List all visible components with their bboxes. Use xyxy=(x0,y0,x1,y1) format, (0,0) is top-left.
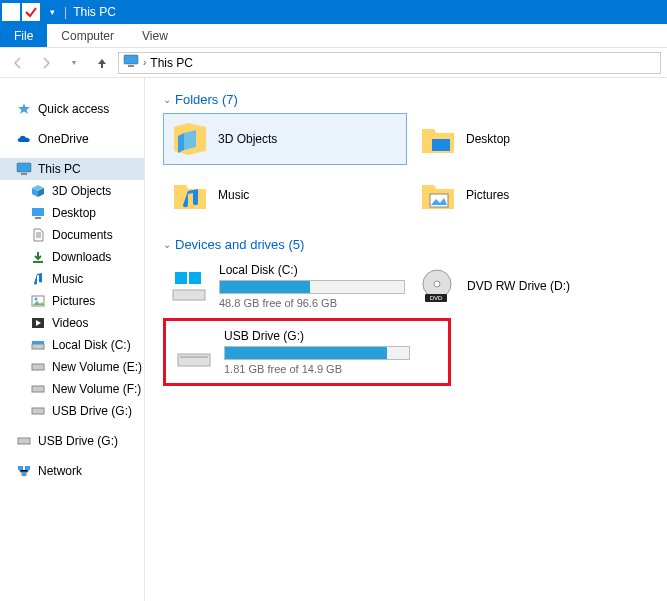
sidebar-item-new-volume-e[interactable]: New Volume (E:) xyxy=(0,356,144,378)
back-button[interactable] xyxy=(6,51,30,75)
sidebar-item-local-disk-c[interactable]: Local Disk (C:) xyxy=(0,334,144,356)
recent-dropdown[interactable]: ▾ xyxy=(62,51,86,75)
dvd-drive-icon: DVD xyxy=(417,266,457,306)
sidebar-label: Quick access xyxy=(38,102,109,116)
usb-icon xyxy=(16,433,32,449)
address-bar: ▾ › This PC xyxy=(0,48,667,78)
sidebar-this-pc[interactable]: This PC xyxy=(0,158,144,180)
cube-icon xyxy=(170,119,210,159)
folder-pictures[interactable]: Pictures xyxy=(411,169,655,221)
document-icon xyxy=(30,227,46,243)
sidebar-label: Music xyxy=(52,272,83,286)
pictures-icon xyxy=(30,293,46,309)
titlebar-icon-checkbox xyxy=(22,3,40,21)
svg-rect-1 xyxy=(128,65,134,67)
sidebar-item-music[interactable]: Music xyxy=(0,268,144,290)
sidebar-item-pictures[interactable]: Pictures xyxy=(0,290,144,312)
computer-tab[interactable]: Computer xyxy=(47,24,128,47)
folder-label: 3D Objects xyxy=(218,132,277,146)
usb-drive-icon xyxy=(174,332,214,372)
sidebar-label: OneDrive xyxy=(38,132,89,146)
breadcrumb-separator: › xyxy=(143,57,146,68)
sidebar-label: Desktop xyxy=(52,206,96,220)
sidebar-quick-access[interactable]: Quick access xyxy=(0,98,144,120)
section-drives[interactable]: ⌄ Devices and drives (5) xyxy=(163,237,663,252)
folder-label: Music xyxy=(218,188,249,202)
folder-desktop[interactable]: Desktop xyxy=(411,113,655,165)
sidebar-label: USB Drive (G:) xyxy=(52,404,132,418)
svg-rect-5 xyxy=(35,217,41,219)
sidebar-label: Downloads xyxy=(52,250,111,264)
sidebar-item-3d-objects[interactable]: 3D Objects xyxy=(0,180,144,202)
download-icon xyxy=(30,249,46,265)
ribbon-tabs: File Computer View xyxy=(0,24,667,48)
svg-rect-3 xyxy=(21,173,27,175)
svg-rect-14 xyxy=(32,408,44,414)
sidebar-item-downloads[interactable]: Downloads xyxy=(0,246,144,268)
svg-rect-13 xyxy=(32,386,44,392)
pictures-folder-icon xyxy=(418,175,458,215)
folders-grid: 3D Objects Desktop Music Pictures xyxy=(163,113,663,221)
sidebar-item-usb-drive-g[interactable]: USB Drive (G:) xyxy=(0,400,144,422)
os-drive-icon xyxy=(169,266,209,306)
sidebar-usb-drive-root[interactable]: USB Drive (G:) xyxy=(0,430,144,452)
section-title: Folders (7) xyxy=(175,92,238,107)
svg-rect-16 xyxy=(18,466,23,470)
chevron-down-icon: ⌄ xyxy=(163,239,171,250)
sidebar-label: Videos xyxy=(52,316,88,330)
desktop-folder-icon xyxy=(418,119,458,159)
sidebar-label: Documents xyxy=(52,228,113,242)
svg-point-25 xyxy=(434,281,440,287)
svg-rect-21 xyxy=(173,290,205,300)
drive-local-disk-c[interactable]: Local Disk (C:) 48.8 GB free of 96.6 GB xyxy=(163,258,407,314)
drive-usage-bar xyxy=(224,346,410,360)
star-icon xyxy=(16,101,32,117)
svg-text:DVD: DVD xyxy=(430,295,443,301)
pc-icon xyxy=(123,54,139,71)
drive-usage-bar xyxy=(219,280,405,294)
sidebar-label: New Volume (F:) xyxy=(52,382,141,396)
up-button[interactable] xyxy=(90,51,114,75)
svg-rect-19 xyxy=(432,139,450,151)
sidebar-label: Local Disk (C:) xyxy=(52,338,131,352)
sidebar-item-documents[interactable]: Documents xyxy=(0,224,144,246)
folder-label: Pictures xyxy=(466,188,509,202)
svg-rect-22 xyxy=(175,272,187,284)
qat-dropdown-icon[interactable]: ▾ xyxy=(42,2,62,22)
svg-point-8 xyxy=(35,298,38,301)
forward-button[interactable] xyxy=(34,51,58,75)
address-box[interactable]: › This PC xyxy=(118,52,661,74)
drive-usb-g[interactable]: USB Drive (G:) 1.81 GB free of 14.9 GB xyxy=(168,324,412,380)
file-tab[interactable]: File xyxy=(0,24,47,47)
pc-icon xyxy=(16,161,32,177)
sidebar-item-videos[interactable]: Videos xyxy=(0,312,144,334)
svg-rect-28 xyxy=(178,354,210,366)
network-icon xyxy=(16,463,32,479)
breadcrumb-current[interactable]: This PC xyxy=(150,56,193,70)
svg-rect-0 xyxy=(124,55,138,64)
svg-rect-15 xyxy=(18,438,30,444)
desktop-icon xyxy=(30,205,46,221)
drive-icon xyxy=(30,337,46,353)
sidebar-label: Network xyxy=(38,464,82,478)
svg-rect-2 xyxy=(17,163,31,172)
sidebar-item-new-volume-f[interactable]: New Volume (F:) xyxy=(0,378,144,400)
folder-3d-objects[interactable]: 3D Objects xyxy=(163,113,407,165)
folder-music[interactable]: Music xyxy=(163,169,407,221)
svg-rect-11 xyxy=(32,341,44,344)
sidebar-network[interactable]: Network xyxy=(0,460,144,482)
navigation-pane: Quick access OneDrive This PC 3D Objects… xyxy=(0,78,145,601)
section-title: Devices and drives (5) xyxy=(175,237,304,252)
sidebar-label: USB Drive (G:) xyxy=(38,434,118,448)
drive-free-text: 48.8 GB free of 96.6 GB xyxy=(219,297,405,309)
svg-rect-29 xyxy=(180,356,208,358)
titlebar-icon-placeholder xyxy=(2,3,20,21)
svg-rect-23 xyxy=(189,272,201,284)
svg-rect-4 xyxy=(32,208,44,216)
sidebar-onedrive[interactable]: OneDrive xyxy=(0,128,144,150)
section-folders[interactable]: ⌄ Folders (7) xyxy=(163,92,663,107)
svg-rect-12 xyxy=(32,364,44,370)
sidebar-item-desktop[interactable]: Desktop xyxy=(0,202,144,224)
drive-dvd-rw-d[interactable]: DVD DVD RW Drive (D:) xyxy=(411,258,655,314)
view-tab[interactable]: View xyxy=(128,24,182,47)
